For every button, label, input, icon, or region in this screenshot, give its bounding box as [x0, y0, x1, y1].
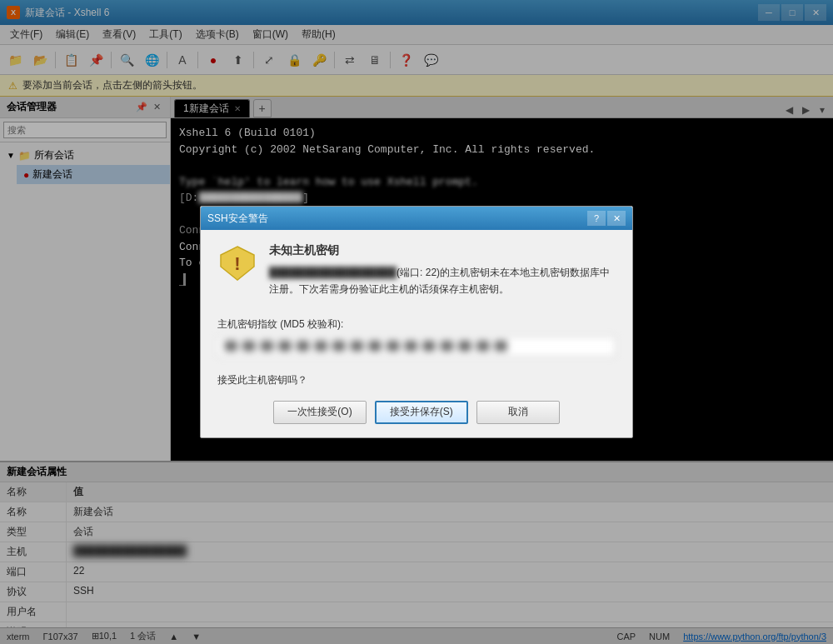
dialog-question: 接受此主机密钥吗？ [217, 373, 616, 387]
dialog-accept-button[interactable]: 接受并保存(S) [375, 401, 468, 424]
warning-shield-icon: ! [217, 243, 257, 283]
ssh-security-dialog: SSH安全警告 ? ✕ ! 未知主机密钥 ██████████████████(… [200, 206, 633, 437]
dialog-fingerprint-section: 主机密钥指纹 (MD5 校验和): ██:██:██:██:██:██:██:█… [217, 311, 616, 363]
dialog-once-button[interactable]: 一次性接受(O) [273, 401, 366, 424]
dialog-buttons: 一次性接受(O) 接受并保存(S) 取消 [217, 401, 616, 424]
dialog-cancel-button[interactable]: 取消 [476, 401, 560, 424]
dialog-title: SSH安全警告 [207, 212, 586, 226]
dialog-body-text: ██████████████████(端口: 22)的主机密钥未在本地主机密钥数… [269, 265, 616, 297]
dialog-close-button[interactable]: ✕ [607, 211, 626, 226]
svg-text:!: ! [234, 253, 240, 274]
dialog-fingerprint-label: 主机密钥指纹 (MD5 校验和): [217, 317, 616, 332]
dialog-fingerprint-value: ██:██:██:██:██:██:██:██:██:██:██:██:██:█… [217, 337, 616, 357]
modal-overlay: SSH安全警告 ? ✕ ! 未知主机密钥 ██████████████████(… [0, 0, 833, 644]
dialog-title-bar: SSH安全警告 ? ✕ [201, 207, 632, 230]
dialog-header-text: 未知主机密钥 ██████████████████(端口: 22)的主机密钥未在… [269, 243, 616, 297]
dialog-header: ! 未知主机密钥 ██████████████████(端口: 22)的主机密钥… [217, 243, 616, 297]
dialog-content: ! 未知主机密钥 ██████████████████(端口: 22)的主机密钥… [201, 230, 632, 437]
dialog-header-title: 未知主机密钥 [269, 243, 616, 258]
warning-icon: ! [217, 243, 257, 283]
dialog-help-button[interactable]: ? [587, 211, 606, 226]
